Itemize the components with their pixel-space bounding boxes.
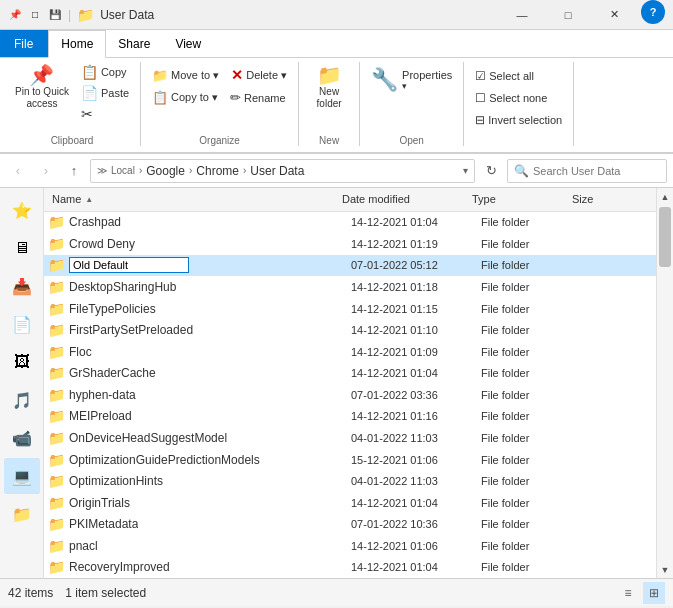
file-name-cell: FirstPartySetPreloaded bbox=[69, 323, 347, 337]
date-cell: 14-12-2021 01:18 bbox=[347, 281, 477, 293]
table-row[interactable]: 📁 hyphen-data 07-01-2022 03:36 File fold… bbox=[44, 384, 656, 406]
table-row[interactable]: 📁 OptimizationGuidePredictionModels 15-1… bbox=[44, 449, 656, 471]
table-row[interactable]: 📁 Floc 14-12-2021 01:09 File folder bbox=[44, 341, 656, 363]
open-group: 🔧 Properties ▾ Open bbox=[360, 62, 464, 146]
col-date[interactable]: Date modified bbox=[338, 193, 468, 205]
type-cell: File folder bbox=[477, 497, 577, 509]
sidebar-item-2[interactable]: 🖥 bbox=[4, 230, 40, 266]
large-icons-view-button[interactable]: ⊞ bbox=[643, 582, 665, 604]
type-cell: File folder bbox=[477, 238, 577, 250]
maximize-button[interactable]: □ bbox=[545, 0, 591, 30]
forward-button[interactable]: › bbox=[34, 159, 58, 183]
table-row[interactable]: 📁 DesktopSharingHub 14-12-2021 01:18 Fil… bbox=[44, 276, 656, 298]
folder-icon: 📁 bbox=[48, 322, 65, 338]
delete-button[interactable]: ✕ Delete ▾ bbox=[226, 64, 292, 86]
scroll-track[interactable] bbox=[657, 205, 673, 561]
paste-icon: 📄 bbox=[81, 86, 98, 100]
rename-button[interactable]: ✏ Rename bbox=[225, 87, 291, 108]
refresh-button[interactable]: ↻ bbox=[479, 159, 503, 183]
scroll-thumb[interactable] bbox=[659, 207, 671, 267]
quick-access-icon1: 📌 bbox=[8, 8, 22, 22]
search-input[interactable] bbox=[533, 165, 660, 177]
scroll-up-button[interactable]: ▲ bbox=[657, 188, 673, 205]
file-name-cell: Crashpad bbox=[69, 215, 347, 229]
table-row[interactable]: 📁 OnDeviceHeadSuggestModel 04-01-2022 11… bbox=[44, 427, 656, 449]
file-list-header: Name ▲ Date modified Type Size bbox=[44, 188, 656, 212]
close-button[interactable]: ✕ bbox=[591, 0, 637, 30]
tab-home[interactable]: Home bbox=[48, 30, 106, 58]
help-button[interactable]: ? bbox=[641, 0, 665, 24]
copy-to-button[interactable]: 📋 Copy to ▾ bbox=[147, 87, 223, 108]
select-all-button[interactable]: ☑ Select all bbox=[470, 66, 539, 86]
up-button[interactable]: ↑ bbox=[62, 159, 86, 183]
tab-share[interactable]: Share bbox=[106, 30, 163, 57]
sidebar-item-7[interactable]: 📹 bbox=[4, 420, 40, 456]
path-dropdown-icon[interactable]: ▾ bbox=[463, 165, 468, 176]
paste-button[interactable]: 📄 Paste bbox=[76, 83, 134, 103]
table-row[interactable]: 📁 OptimizationHints 04-01-2022 11:03 Fil… bbox=[44, 470, 656, 492]
date-cell: 14-12-2021 01:19 bbox=[347, 238, 477, 250]
table-row[interactable]: 📁 RecoveryImproved 14-12-2021 01:04 File… bbox=[44, 557, 656, 578]
date-cell: 14-12-2021 01:04 bbox=[347, 497, 477, 509]
file-name-cell: FileTypePolicies bbox=[69, 302, 347, 316]
tab-file[interactable]: File bbox=[0, 30, 48, 57]
file-list: Name ▲ Date modified Type Size 📁 Crashpa… bbox=[44, 188, 656, 578]
status-bar: 42 items 1 item selected ≡ ⊞ bbox=[0, 578, 673, 606]
type-cell: File folder bbox=[477, 518, 577, 530]
table-row[interactable]: 📁 FileTypePolicies 14-12-2021 01:15 File… bbox=[44, 298, 656, 320]
copyto-label: Copy to ▾ bbox=[171, 91, 218, 104]
file-name-cell: pnacl bbox=[69, 539, 347, 553]
new-group: 📁 Newfolder New bbox=[299, 62, 360, 146]
date-cell: 14-12-2021 01:16 bbox=[347, 410, 477, 422]
new-folder-button[interactable]: 📁 Newfolder bbox=[305, 62, 353, 113]
col-size[interactable]: Size bbox=[568, 193, 628, 205]
col-type[interactable]: Type bbox=[468, 193, 568, 205]
address-path[interactable]: ≫ Local › Google › Chrome › User Data ▾ bbox=[90, 159, 475, 183]
table-row[interactable]: 📁 Crashpad 14-12-2021 01:04 File folder bbox=[44, 212, 656, 234]
search-icon: 🔍 bbox=[514, 164, 529, 178]
move-to-button[interactable]: 📁 Move to ▾ bbox=[147, 64, 224, 86]
search-box[interactable]: 🔍 bbox=[507, 159, 667, 183]
table-row[interactable]: 📁 Crowd Deny 14-12-2021 01:19 File folde… bbox=[44, 233, 656, 255]
select-none-button[interactable]: ☐ Select none bbox=[470, 88, 552, 108]
sidebar-item-6[interactable]: 🎵 bbox=[4, 382, 40, 418]
table-row[interactable]: 📁 GrShaderCache 14-12-2021 01:04 File fo… bbox=[44, 362, 656, 384]
properties-button[interactable]: 🔧 Properties ▾ bbox=[366, 64, 457, 96]
table-row-selected[interactable]: 📁 07-01-2022 05:12 File folder bbox=[44, 255, 656, 277]
details-view-button[interactable]: ≡ bbox=[617, 582, 639, 604]
pin-quick-access-button[interactable]: 📌 Pin to Quickaccess bbox=[10, 62, 74, 113]
minimize-button[interactable]: — bbox=[499, 0, 545, 30]
table-row[interactable]: 📁 OriginTrials 14-12-2021 01:04 File fol… bbox=[44, 492, 656, 514]
copy-icon: 📋 bbox=[81, 65, 98, 79]
table-row[interactable]: 📁 pnacl 14-12-2021 01:06 File folder bbox=[44, 535, 656, 557]
date-cell: 14-12-2021 01:04 bbox=[347, 561, 477, 573]
cut-button[interactable]: ✂ bbox=[76, 104, 134, 124]
rename-input[interactable] bbox=[69, 257, 189, 273]
file-name-cell: MEIPreload bbox=[69, 409, 347, 423]
sidebar-item-1[interactable]: ⭐ bbox=[4, 192, 40, 228]
file-name-cell bbox=[69, 257, 347, 273]
type-cell: File folder bbox=[477, 454, 577, 466]
sidebar-item-8[interactable]: 💻 bbox=[4, 458, 40, 494]
col-name[interactable]: Name ▲ bbox=[48, 193, 338, 205]
invert-label: Invert selection bbox=[488, 114, 562, 126]
scroll-down-button[interactable]: ▼ bbox=[657, 561, 673, 578]
quick-access-icon3: 💾 bbox=[48, 8, 62, 22]
sidebar-item-3[interactable]: 📥 bbox=[4, 268, 40, 304]
invert-selection-button[interactable]: ⊟ Invert selection bbox=[470, 110, 567, 130]
sort-icon: ▲ bbox=[85, 195, 93, 204]
sidebar-item-4[interactable]: 📄 bbox=[4, 306, 40, 342]
vertical-scrollbar[interactable]: ▲ ▼ bbox=[656, 188, 673, 578]
table-row[interactable]: 📁 MEIPreload 14-12-2021 01:16 File folde… bbox=[44, 406, 656, 428]
copy-button[interactable]: 📋 Copy bbox=[76, 62, 134, 82]
date-cell: 14-12-2021 01:04 bbox=[347, 367, 477, 379]
table-row[interactable]: 📁 FirstPartySetPreloaded 14-12-2021 01:1… bbox=[44, 319, 656, 341]
back-button[interactable]: ‹ bbox=[6, 159, 30, 183]
tab-view[interactable]: View bbox=[163, 30, 214, 57]
file-name-cell: OptimizationHints bbox=[69, 474, 347, 488]
folder-icon: 📁 bbox=[48, 430, 65, 446]
sidebar-item-5[interactable]: 🖼 bbox=[4, 344, 40, 380]
sidebar-item-9[interactable]: 📁 bbox=[4, 496, 40, 532]
table-row[interactable]: 📁 PKIMetadata 07-01-2022 10:36 File fold… bbox=[44, 513, 656, 535]
date-cell: 15-12-2021 01:06 bbox=[347, 454, 477, 466]
